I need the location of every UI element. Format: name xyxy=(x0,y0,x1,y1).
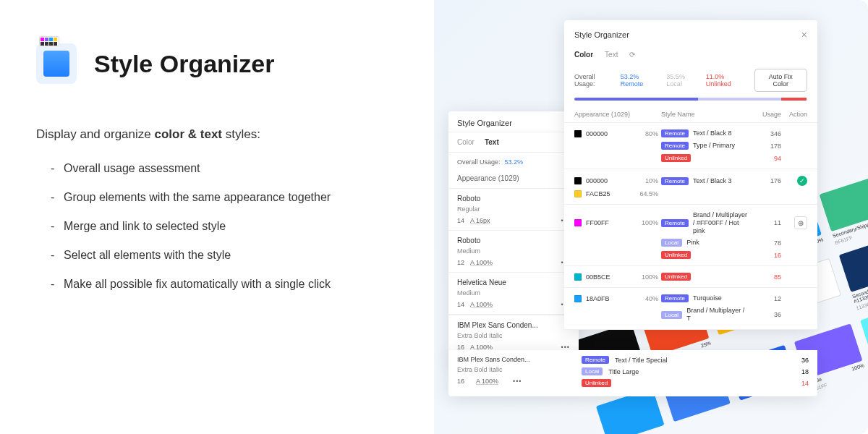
color-row[interactable]: Unlinked94 xyxy=(564,152,817,164)
color-row[interactable]: 00000010%RemoteText / Black 3176✓ xyxy=(564,174,817,188)
color-row[interactable]: RemoteType / Primary178 xyxy=(564,140,817,152)
color-row[interactable]: FACB2564.5% xyxy=(564,188,817,200)
color-row[interactable]: 18A0FB40%RemoteTurquoise12 xyxy=(564,292,817,305)
badge-local: Local xyxy=(661,311,682,319)
usage-count: 346 xyxy=(749,130,781,137)
tab-text[interactable]: Text xyxy=(485,138,499,146)
product-logo xyxy=(36,43,77,84)
usage-value: 53.2% xyxy=(505,158,524,166)
style-name: Turquoise xyxy=(693,294,722,302)
usage-count: 36 xyxy=(749,311,781,318)
color-row[interactable]: LocalBrand / Multiplayer / T36 xyxy=(564,305,817,325)
hex-code: FF00FF xyxy=(586,219,609,226)
color-row[interactable]: Unlinked16 xyxy=(564,249,817,261)
style-name: Text / Black 3 xyxy=(693,177,732,185)
product-title: Style Organizer xyxy=(94,50,274,78)
style-name: Type / Primary xyxy=(693,142,735,150)
color-row[interactable]: LocalPink78 xyxy=(564,237,817,249)
description: Display and organize color & text styles… xyxy=(36,127,398,142)
hex-code: 000000 xyxy=(586,177,608,184)
usage-count: 12 xyxy=(749,295,781,302)
feature-item: Group elements with the same appearance … xyxy=(51,191,398,204)
hex-code: 00B5CE xyxy=(586,273,610,281)
badge-local: Local xyxy=(661,239,682,247)
appearance-header: Appearance (1029) xyxy=(448,169,579,189)
opacity-pct: 10% xyxy=(645,177,658,184)
col-style: Style Name xyxy=(661,111,749,118)
hex-code: 18A0FB xyxy=(586,295,610,302)
color-row[interactable]: 00000080%RemoteText / Black 8346 xyxy=(564,127,817,140)
swatch-card: Secondary/Men #113366100%113366 xyxy=(839,237,868,310)
badge-unlinked: Unlinked xyxy=(582,379,611,387)
auto-fix-button[interactable]: Auto Fix Color xyxy=(754,69,807,92)
badge-local: Local xyxy=(582,367,603,375)
style-name: Text / Black 8 xyxy=(693,129,732,137)
badge-unlinked: Unlinked xyxy=(661,251,691,259)
usage-label: Overall Usage: xyxy=(457,158,501,166)
font-group[interactable]: Roboto Medium 12A 100%••• xyxy=(448,231,579,273)
font-group[interactable]: Helvetica Neue Medium 14A 100%••• xyxy=(448,273,579,315)
usage-bar xyxy=(574,98,807,101)
color-row[interactable]: FF00FF100%RemoteBrand / Multiplayer / #F… xyxy=(564,209,817,237)
color-swatch xyxy=(574,219,582,226)
usage-count: 78 xyxy=(749,239,781,247)
color-group: 00B5CE100%Unlinked85 xyxy=(564,266,817,288)
font-weight: Regular xyxy=(457,205,570,213)
font-group[interactable]: Roboto Regular 14A 16px••• xyxy=(448,189,579,231)
tab-color[interactable]: Color xyxy=(574,51,593,59)
feature-item: Make all possible fix automatically with… xyxy=(51,278,398,291)
color-group: 00000080%RemoteText / Black 8346RemoteTy… xyxy=(564,123,817,169)
feature-list: Overall usage assessmentGroup elements w… xyxy=(36,162,398,291)
color-swatch xyxy=(574,295,582,302)
badge-unlinked: Unlinked xyxy=(661,273,691,281)
font-weight: Extra Bold Italic xyxy=(457,332,570,339)
badge-remote: Remote xyxy=(661,219,689,227)
style-row[interactable]: Unlinked14 xyxy=(582,379,809,387)
close-icon[interactable]: × xyxy=(801,29,807,41)
feature-item: Overall usage assessment xyxy=(51,162,398,175)
check-icon[interactable]: ✓ xyxy=(797,176,807,186)
swatch-card: Secondary/Shipping100%BF61FF xyxy=(820,176,868,246)
opacity-pct: 80% xyxy=(645,130,658,137)
col-appearance: Appearance (1029) xyxy=(574,111,661,118)
color-group: 00000010%RemoteText / Black 3176✓FACB256… xyxy=(564,169,817,205)
badge-remote: Remote xyxy=(661,177,689,185)
style-row[interactable]: RemoteText / Title Special36 xyxy=(582,356,809,364)
col-action: Action xyxy=(781,111,807,118)
usage-count: 85 xyxy=(749,273,781,281)
font-family: Roboto xyxy=(457,237,570,244)
tab-text[interactable]: Text xyxy=(605,51,618,59)
hex-code: 000000 xyxy=(586,130,608,137)
font-family: Roboto xyxy=(457,195,570,203)
color-swatch xyxy=(574,273,582,281)
target-icon[interactable]: ⊕ xyxy=(794,216,807,229)
tab-color[interactable]: Color xyxy=(457,138,475,146)
product-header: Style Organizer xyxy=(36,43,398,84)
badge-remote: Remote xyxy=(661,129,689,137)
font-weight: Medium xyxy=(457,289,570,297)
style-name: Brand / Multiplayer / #FF00FF / Hot pink xyxy=(693,211,749,234)
feature-item: Merge and link to selected style xyxy=(51,220,398,233)
panel-title: Style Organizer xyxy=(574,30,629,39)
font-family: IBM Plex Sans Conden... xyxy=(457,321,570,329)
color-row[interactable]: 00B5CE100%Unlinked85 xyxy=(564,271,817,283)
more-icon[interactable]: ••• xyxy=(513,378,522,385)
col-usage: Usage xyxy=(749,111,781,118)
refresh-icon[interactable]: ⟳ xyxy=(629,51,635,59)
style-row[interactable]: LocalTitle Large18 xyxy=(582,367,809,375)
badge-remote: Remote xyxy=(582,356,609,364)
style-name: Pink xyxy=(686,239,699,247)
usage-count: 178 xyxy=(749,142,781,150)
usage-count: 16 xyxy=(749,252,781,259)
color-swatch xyxy=(574,190,582,197)
text-panel: Style Organizer Color Text ⟳ Overall Usa… xyxy=(448,111,579,361)
font-weight: Medium xyxy=(457,247,570,255)
hex-code: FACB25 xyxy=(586,190,610,197)
font-weight: Extra Bold Italic xyxy=(457,366,573,373)
font-family: Helvetica Neue xyxy=(457,278,570,286)
color-swatch xyxy=(574,177,582,184)
panel-title: Style Organizer xyxy=(448,111,579,132)
remote-pct: 53.2% Remote xyxy=(621,73,661,88)
color-group: 18A0FB40%RemoteTurquoise12LocalBrand / M… xyxy=(564,288,817,330)
feature-item: Select all elements with the style xyxy=(51,249,398,262)
